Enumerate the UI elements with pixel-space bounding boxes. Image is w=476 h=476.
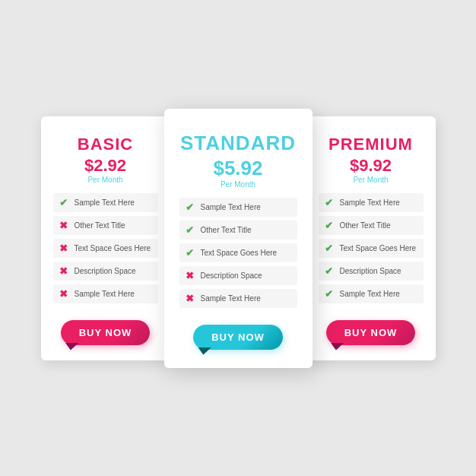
premium-title: PREMIUM	[328, 135, 413, 154]
premium-features: ✔Sample Text Here✔Other Text Title✔Text …	[319, 193, 424, 303]
feature-item: ✖Description Space	[179, 266, 297, 285]
card-premium: PREMIUM$9.92Per Month✔Sample Text Here✔O…	[306, 116, 436, 360]
standard-period: Per Month	[221, 180, 255, 189]
check-icon: ✔	[324, 265, 335, 277]
premium-button-wrap: BUY NOW	[319, 320, 424, 345]
feature-text: Description Space	[75, 267, 136, 275]
standard-button-wrap: BUY NOW	[179, 325, 297, 350]
cross-icon: ✖	[59, 265, 69, 277]
feature-text: Other Text Title	[75, 221, 125, 230]
cross-icon: ✖	[59, 220, 69, 231]
cross-icon: ✖	[59, 288, 69, 300]
check-icon: ✔	[185, 224, 195, 236]
premium-price: $9.92	[350, 156, 392, 176]
feature-text: Other Text Title	[340, 221, 391, 230]
cross-icon: ✖	[185, 293, 195, 304]
feature-item: ✔Text Space Goes Here	[319, 239, 424, 258]
feature-item: ✖Sample Text Here	[53, 284, 158, 303]
feature-text: Other Text Title	[201, 226, 252, 234]
basic-title: BASIC	[78, 135, 133, 154]
check-icon: ✔	[59, 197, 69, 208]
feature-text: Text Space Goes Here	[340, 244, 417, 252]
check-icon: ✔	[185, 247, 195, 259]
feature-item: ✖Other Text Title	[53, 216, 158, 235]
standard-features: ✔Sample Text Here✔Other Text Title✔Text …	[179, 198, 297, 308]
feature-text: Sample Text Here	[75, 290, 135, 298]
standard-buy-button[interactable]: BUY NOW	[193, 325, 283, 350]
check-icon: ✔	[324, 220, 335, 231]
feature-text: Text Space Goes Here	[75, 244, 151, 252]
check-icon: ✔	[324, 288, 335, 300]
feature-text: Sample Text Here	[340, 198, 400, 207]
pricing-container: BASIC$2.92Per Month✔Sample Text Here✖Oth…	[26, 78, 451, 398]
feature-text: Description Space	[340, 267, 401, 275]
check-icon: ✔	[185, 202, 195, 213]
premium-buy-button[interactable]: BUY NOW	[326, 320, 416, 345]
basic-button-wrap: BUY NOW	[53, 320, 158, 345]
feature-item: ✔Sample Text Here	[319, 284, 424, 303]
feature-text: Description Space	[201, 271, 262, 280]
check-icon: ✔	[324, 197, 335, 208]
feature-item: ✖Sample Text Here	[179, 289, 297, 308]
feature-item: ✔Other Text Title	[179, 221, 297, 240]
cross-icon: ✖	[59, 243, 69, 254]
basic-features: ✔Sample Text Here✖Other Text Title✖Text …	[53, 193, 158, 303]
feature-item: ✖Description Space	[53, 262, 158, 281]
feature-text: Sample Text Here	[201, 294, 261, 303]
card-standard: STANDARD$5.92Per Month✔Sample Text Here✔…	[164, 109, 313, 368]
feature-text: Sample Text Here	[340, 290, 400, 298]
feature-item: ✔Sample Text Here	[319, 193, 424, 212]
premium-period: Per Month	[353, 176, 388, 184]
check-icon: ✔	[324, 243, 335, 254]
feature-item: ✖Text Space Goes Here	[53, 239, 158, 258]
basic-price: $2.92	[84, 156, 126, 176]
feature-text: Sample Text Here	[75, 198, 135, 207]
feature-item: ✔Description Space	[319, 262, 424, 281]
feature-item: ✔Other Text Title	[319, 216, 424, 235]
card-basic: BASIC$2.92Per Month✔Sample Text Here✖Oth…	[41, 116, 170, 360]
feature-text: Sample Text Here	[201, 203, 261, 211]
standard-title: STANDARD	[180, 132, 296, 155]
standard-price: $5.92	[213, 157, 262, 180]
feature-text: Text Space Goes Here	[201, 249, 278, 257]
feature-item: ✔Sample Text Here	[179, 198, 297, 217]
cross-icon: ✖	[185, 270, 195, 281]
basic-buy-button[interactable]: BUY NOW	[61, 320, 151, 345]
feature-item: ✔Text Space Goes Here	[179, 243, 297, 262]
feature-item: ✔Sample Text Here	[53, 193, 158, 212]
basic-period: Per Month	[87, 176, 122, 184]
